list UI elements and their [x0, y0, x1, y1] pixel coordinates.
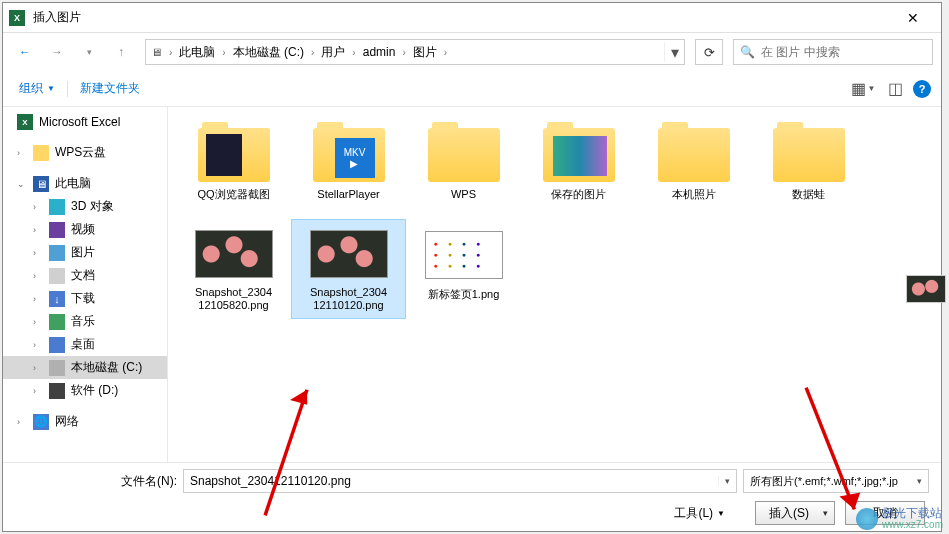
- tools-dropdown[interactable]: 工具(L) ▼: [674, 505, 725, 522]
- watermark-logo: [856, 508, 878, 530]
- forward-button[interactable]: →: [43, 39, 71, 65]
- folder-camera-roll[interactable]: 本机照片: [636, 119, 751, 219]
- toolbar: 组织 ▼ 新建文件夹 ▦ ▼ ◫ ?: [3, 71, 941, 107]
- bc-pc[interactable]: 此电脑: [175, 44, 219, 61]
- close-button[interactable]: ✕: [891, 4, 935, 32]
- sidebar-drive-c[interactable]: ›本地磁盘 (C:): [3, 356, 167, 379]
- chevron-right-icon[interactable]: ›: [166, 47, 175, 58]
- breadcrumb-dropdown[interactable]: ▾: [664, 43, 684, 62]
- chevron-down-icon[interactable]: ▾: [718, 476, 736, 486]
- folder-saved-pictures[interactable]: 保存的图片: [521, 119, 636, 219]
- dialog-title: 插入图片: [33, 9, 891, 26]
- filename-label: 文件名(N):: [121, 473, 177, 490]
- preview-pane-button[interactable]: ◫: [881, 77, 909, 101]
- bc-users[interactable]: 用户: [317, 44, 349, 61]
- file-snapshot-2[interactable]: Snapshot_230412110120.png: [291, 219, 406, 319]
- search-input[interactable]: [761, 45, 926, 59]
- sidebar-images[interactable]: ›图片: [3, 241, 167, 264]
- breadcrumb[interactable]: 🖥 › 此电脑 › 本地磁盘 (C:) › 用户 › admin › 图片 › …: [145, 39, 685, 65]
- bc-drive[interactable]: 本地磁盘 (C:): [229, 44, 308, 61]
- mkv-icon: MKV▶: [335, 138, 375, 178]
- folder-datafrog[interactable]: 数据蛙: [751, 119, 866, 219]
- folder-stellar[interactable]: MKV▶ StellarPlayer: [291, 119, 406, 219]
- view-mode-button[interactable]: ▦ ▼: [849, 77, 877, 101]
- chevron-down-icon[interactable]: ▾: [917, 476, 922, 486]
- nav-bar: ← → ▾ ↑ 🖥 › 此电脑 › 本地磁盘 (C:) › 用户 › admin…: [3, 33, 941, 71]
- new-folder-button[interactable]: 新建文件夹: [74, 76, 146, 101]
- dialog-body: XMicrosoft Excel ›WPS云盘 ⌄🖥此电脑 ›3D 对象 ›视频…: [3, 107, 941, 462]
- filename-input[interactable]: [184, 474, 718, 488]
- watermark: 极光下载站 www.xz7.com: [856, 508, 943, 530]
- sidebar-desktop[interactable]: ›桌面: [3, 333, 167, 356]
- sidebar: XMicrosoft Excel ›WPS云盘 ⌄🖥此电脑 ›3D 对象 ›视频…: [3, 107, 168, 462]
- search-icon: 🔍: [740, 45, 755, 59]
- folder-wps[interactable]: WPS: [406, 119, 521, 219]
- bc-admin[interactable]: admin: [359, 45, 400, 59]
- insert-button[interactable]: 插入(S): [755, 501, 835, 525]
- excel-icon: X: [9, 10, 25, 26]
- titlebar: X 插入图片 ✕: [3, 3, 941, 33]
- sidebar-3d[interactable]: ›3D 对象: [3, 195, 167, 218]
- file-list[interactable]: QQ浏览器截图 MKV▶ StellarPlayer WPS 保存的图片 本机照…: [168, 107, 941, 462]
- sidebar-wps[interactable]: ›WPS云盘: [3, 141, 167, 164]
- file-dialog: X 插入图片 ✕ ← → ▾ ↑ 🖥 › 此电脑 › 本地磁盘 (C:) › 用…: [2, 2, 942, 532]
- bc-pictures[interactable]: 图片: [409, 44, 441, 61]
- help-button[interactable]: ?: [913, 80, 931, 98]
- bottom-bar: 文件名(N): ▾ 所有图片(*.emf;*.wmf;*.jpg;*.jp ▾ …: [3, 462, 941, 531]
- pc-icon: 🖥: [146, 46, 166, 58]
- filename-combo[interactable]: ▾: [183, 469, 737, 493]
- file-type-filter[interactable]: 所有图片(*.emf;*.wmf;*.jpg;*.jp ▾: [743, 469, 929, 493]
- file-snapshot-1[interactable]: Snapshot_230412105820.png: [176, 219, 291, 319]
- recent-dropdown[interactable]: ▾: [75, 39, 103, 65]
- sidebar-docs[interactable]: ›文档: [3, 264, 167, 287]
- up-button[interactable]: ↑: [107, 39, 135, 65]
- sidebar-downloads[interactable]: ›↓下载: [3, 287, 167, 310]
- sidebar-drive-d[interactable]: ›软件 (D:): [3, 379, 167, 402]
- file-newtab[interactable]: 新标签页1.png: [406, 219, 521, 319]
- thumbnail-preview: [906, 275, 946, 303]
- refresh-button[interactable]: ⟳: [695, 39, 723, 65]
- folder-qq[interactable]: QQ浏览器截图: [176, 119, 291, 219]
- sidebar-video[interactable]: ›视频: [3, 218, 167, 241]
- sidebar-music[interactable]: ›音乐: [3, 310, 167, 333]
- sidebar-network[interactable]: ›🌐网络: [3, 410, 167, 433]
- sidebar-thispc[interactable]: ⌄🖥此电脑: [3, 172, 167, 195]
- sidebar-excel[interactable]: XMicrosoft Excel: [3, 111, 167, 133]
- organize-button[interactable]: 组织 ▼: [13, 76, 61, 101]
- back-button[interactable]: ←: [11, 39, 39, 65]
- search-box[interactable]: 🔍: [733, 39, 933, 65]
